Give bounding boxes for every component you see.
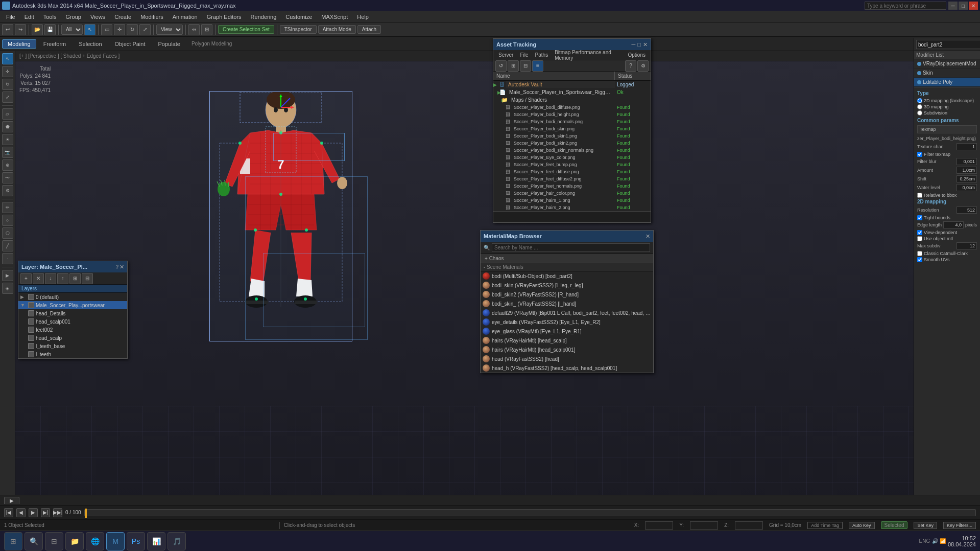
tab-modeling[interactable]: Modeling: [2, 39, 36, 49]
asset-tracking-minimize[interactable]: ─: [632, 41, 636, 48]
add-time-tag-btn[interactable]: Add Time Tag: [807, 522, 843, 529]
layers-expand-btn[interactable]: ⊞: [69, 273, 81, 284]
menu-rendering[interactable]: Rendering: [247, 13, 281, 21]
autokey-btn[interactable]: Auto Key: [849, 522, 875, 529]
systems-tool[interactable]: ⚙: [2, 185, 13, 196]
align-btn[interactable]: ⊟: [201, 24, 212, 35]
asset-row-13[interactable]: 🖼Soccer_Player_hairs_1.pngFound: [493, 197, 651, 204]
open-button[interactable]: 📂: [32, 24, 43, 35]
material-row[interactable]: hairs (VRayHairMtl) [head_scalp001]: [481, 345, 653, 354]
material-row[interactable]: eye_glass (VRayMtl) [Eye_L1, Eye_R1]: [481, 327, 653, 336]
asset-row-model[interactable]: ▶ 📄 Male_Soccer_Player_in_Sportswear_Rig…: [493, 88, 651, 96]
lasso-tool[interactable]: ○: [2, 215, 13, 226]
edge-mode-btn[interactable]: ╱: [2, 240, 13, 251]
asset-row-maps[interactable]: ▶ 📁 Maps / Shaders: [493, 96, 651, 104]
menu-maxscript[interactable]: MAXScript: [317, 13, 352, 21]
asset-settings-btn[interactable]: ⚙: [637, 60, 649, 72]
mod-item-editable-poly[interactable]: Editable Poly: [914, 78, 980, 87]
material-row[interactable]: head (VRayFastSSS2) [head]: [481, 354, 653, 363]
paint-tool[interactable]: ✏: [2, 202, 13, 213]
view-dep-check[interactable]: View-dependent: [917, 230, 977, 235]
undo-button[interactable]: ↩: [2, 24, 13, 35]
layers-help-btn[interactable]: ?: [115, 264, 118, 270]
anim-next-key[interactable]: ▶▶|: [53, 508, 62, 517]
use-obj-mtl-check[interactable]: Use object mtl: [917, 236, 977, 241]
material-row[interactable]: default29 (VRayMtl) [Bip001 L Calf, bodi…: [481, 308, 653, 317]
create-selection-set-btn[interactable]: Create Selection Set: [218, 25, 274, 34]
filter-texmap-check[interactable]: Filter texmap: [917, 152, 977, 157]
save-button[interactable]: 💾: [44, 24, 56, 35]
material-row[interactable]: bodi_skin2 (VRayFastSSS2) [R_hand]: [481, 290, 653, 299]
geometry-tool[interactable]: ▱: [2, 108, 13, 120]
select-object-btn[interactable]: ↖: [84, 24, 95, 35]
view-dropdown[interactable]: View: [156, 25, 183, 35]
asset-row-6[interactable]: 🖼Soccer_Player_bodi_skin_normals.pngFoun…: [493, 147, 651, 154]
asset-menu-file[interactable]: File: [517, 51, 531, 59]
search-input[interactable]: [865, 2, 946, 10]
anim-next-frame[interactable]: ▶|: [41, 508, 50, 517]
attach-btn[interactable]: Attach: [357, 25, 381, 34]
layers-delete-btn[interactable]: ✕: [33, 273, 44, 284]
menu-create[interactable]: Create: [110, 13, 135, 21]
camera-tool[interactable]: 📷: [2, 147, 13, 158]
tab-freeform[interactable]: Freeform: [38, 39, 72, 49]
layers-add-selected-btn[interactable]: ↓: [45, 273, 56, 284]
asset-tracking-maximize[interactable]: □: [637, 41, 641, 48]
tab-main[interactable]: ▶: [4, 497, 19, 504]
tab-populate[interactable]: Populate: [152, 39, 185, 49]
asset-panel-list[interactable]: ▶ 🗄 Autodesk Vault Logged ▶ 📄 Male_Socce…: [493, 81, 651, 211]
object-name-input[interactable]: [916, 40, 980, 49]
layers-new-btn[interactable]: +: [20, 273, 32, 284]
menu-edit[interactable]: Edit: [20, 13, 38, 21]
ts-inspector-btn[interactable]: TSInspector: [280, 25, 317, 34]
menu-tools[interactable]: Tools: [39, 13, 61, 21]
x-coord-input[interactable]: [645, 521, 673, 530]
asset-help-btn[interactable]: ?: [625, 60, 636, 72]
light-tool[interactable]: ☀: [2, 134, 13, 145]
anim-prev-key[interactable]: |◀: [4, 508, 13, 517]
minimize-button[interactable]: ─: [948, 2, 958, 10]
asset-row-4[interactable]: 🖼Soccer_Player_bodi_skin1.pngFound: [493, 132, 651, 140]
polygon-mode-btn[interactable]: ⬡: [2, 227, 13, 239]
maximize-button[interactable]: □: [959, 2, 968, 10]
menu-help[interactable]: Help: [353, 13, 373, 21]
scale-btn[interactable]: ⤢: [139, 24, 151, 35]
view-dep-checkbox[interactable]: [917, 230, 922, 235]
taskbar-task-view[interactable]: ⊟: [45, 532, 63, 550]
mod-item-vray[interactable]: VRayDisplacementMod: [914, 59, 980, 68]
move-btn[interactable]: ✛: [114, 24, 125, 35]
taskbar-app5[interactable]: 🎵: [168, 532, 186, 550]
material-row[interactable]: bodi_skin_ (VRayFastSSS2) [l_hand]: [481, 299, 653, 308]
material-row[interactable]: hairs (VRayHairMtl) [head_scalp]: [481, 336, 653, 345]
timeline-thumb[interactable]: [85, 509, 87, 518]
asset-menu-paths[interactable]: Paths: [532, 51, 552, 59]
asset-row-9[interactable]: 🖼Soccer_Player_feet_diffuse.pngFound: [493, 168, 651, 175]
asset-collapse-btn[interactable]: ⊟: [520, 60, 531, 72]
asset-row-2[interactable]: 🖼Soccer_Player_bodi_normals.pngFound: [493, 118, 651, 125]
asset-row-8[interactable]: 🖼Soccer_Player_feet_bump.pngFound: [493, 161, 651, 168]
layers-close-btn[interactable]: ✕: [119, 264, 124, 270]
asset-search-input[interactable]: [493, 211, 651, 222]
type-2d-option[interactable]: 2D mapping (landscape): [917, 98, 977, 103]
attach-mode-btn[interactable]: Attach Mode: [318, 25, 356, 34]
asset-row-vault[interactable]: ▶ 🗄 Autodesk Vault Logged: [493, 81, 651, 88]
z-coord-input[interactable]: [735, 521, 763, 530]
material-browser-title-bar[interactable]: Material/Map Browser ✕: [481, 231, 653, 242]
taskbar-3dsmax[interactable]: M: [106, 532, 125, 550]
selection-filter-dropdown[interactable]: All: [61, 25, 83, 35]
layers-select-btn[interactable]: ↑: [57, 273, 68, 284]
tight-bounds-checkbox[interactable]: [917, 215, 922, 220]
rel-bbox-check[interactable]: Relative to bbox: [917, 193, 977, 198]
layer-row-5[interactable]: head_scalp: [18, 334, 127, 342]
taskbar-start[interactable]: ⊞: [4, 532, 22, 550]
material-row[interactable]: head_h (VRayFastSSS2) [head_scalp, head_…: [481, 363, 653, 373]
menu-graph-editors[interactable]: Graph Editors: [203, 13, 246, 21]
asset-row-10[interactable]: 🖼Soccer_Player_feet_diffuse2.pngFound: [493, 175, 651, 182]
menu-group[interactable]: Group: [61, 13, 85, 21]
asset-refresh-btn[interactable]: ↺: [495, 60, 507, 72]
type-2d-radio[interactable]: [917, 98, 922, 103]
layers-title-bar[interactable]: Layer: Male_Soccer_Pl... ? ✕: [18, 261, 127, 272]
menu-file[interactable]: File: [2, 13, 19, 21]
catmull-clark-check[interactable]: Classic Catmull-Clark: [917, 251, 977, 256]
asset-expand-btn[interactable]: ⊞: [508, 60, 519, 72]
